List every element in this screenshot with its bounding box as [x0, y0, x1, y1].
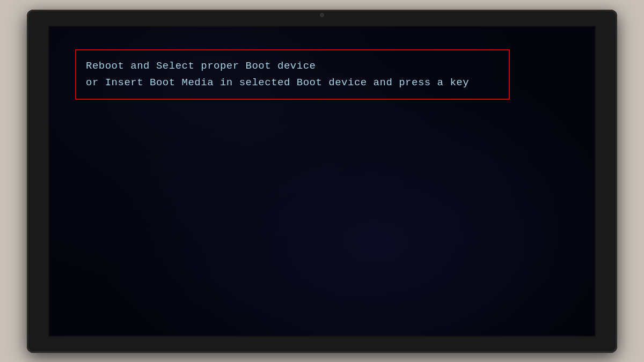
boot-error-message: Reboot and Select proper Boot device or … [86, 60, 469, 88]
laptop-frame: Reboot and Select proper Boot device or … [27, 10, 617, 353]
camera-notch [320, 13, 324, 17]
bios-screen: Reboot and Select proper Boot device or … [48, 26, 596, 337]
error-box: Reboot and Select proper Boot device or … [75, 49, 510, 100]
